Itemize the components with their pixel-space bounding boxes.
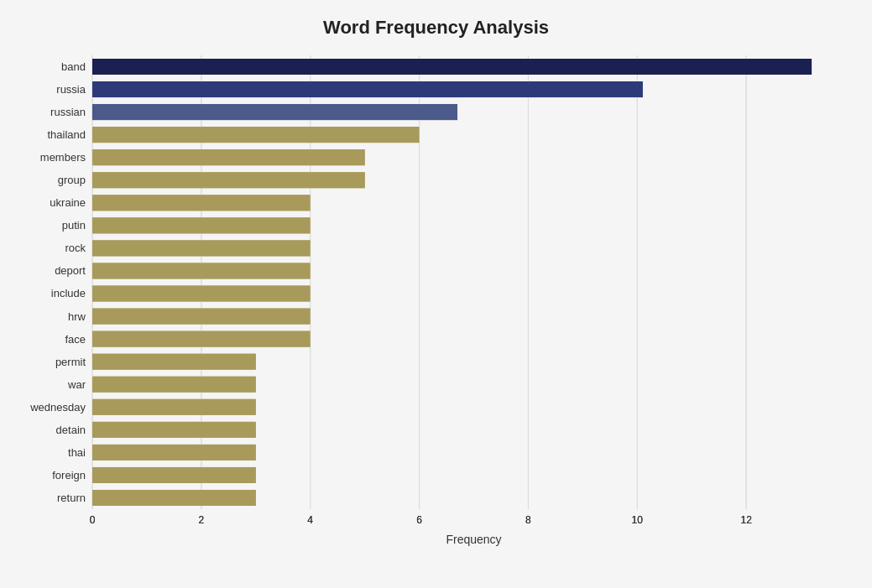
y-label: permit	[17, 356, 86, 367]
bar-group	[92, 172, 365, 188]
y-label: ukraine	[17, 197, 86, 208]
bar-thai	[92, 445, 256, 461]
x-axis-label: Frequency	[92, 533, 855, 546]
x-tick: 6	[416, 514, 422, 526]
x-tick: 0	[90, 514, 96, 526]
y-label: detain	[17, 424, 86, 435]
y-label: rock	[17, 242, 86, 253]
y-label: russia	[17, 84, 86, 95]
bar-russian	[92, 104, 457, 120]
bar-detain	[92, 422, 256, 438]
y-label: group	[17, 174, 86, 185]
bar-members	[92, 149, 365, 165]
y-label: hrw	[17, 311, 86, 322]
plot-area	[92, 55, 855, 509]
bar-russia	[92, 81, 643, 97]
bar-face	[92, 331, 311, 347]
bar-permit	[92, 354, 256, 370]
bar-ukraine	[92, 195, 311, 211]
bar-return	[92, 490, 256, 506]
x-tick: 2	[199, 514, 205, 526]
x-tick: 10	[632, 514, 643, 526]
y-label: foreign	[17, 470, 86, 481]
bar-rock	[92, 240, 311, 256]
bar-band	[92, 59, 812, 75]
bar-wednesday	[92, 399, 256, 415]
x-tick: 12	[740, 514, 751, 526]
bar-war	[92, 377, 256, 393]
y-label: deport	[17, 265, 86, 276]
y-label: wednesday	[17, 402, 86, 413]
y-axis: bandrussiarussianthailandmembersgroupukr…	[17, 55, 92, 509]
chart-svg	[92, 55, 855, 509]
y-label: putin	[17, 220, 86, 231]
x-tick: 8	[525, 514, 531, 526]
chart-container: Word Frequency Analysis bandrussiarussia…	[0, 0, 872, 588]
bar-deport	[92, 263, 311, 279]
bar-foreign	[92, 467, 256, 483]
y-label: band	[17, 61, 86, 72]
y-label: russian	[17, 107, 86, 117]
y-label: include	[17, 288, 86, 299]
y-label: members	[17, 152, 86, 163]
bar-thailand	[92, 127, 420, 143]
bar-putin	[92, 217, 311, 233]
y-label: return	[17, 492, 86, 503]
bar-hrw	[92, 309, 311, 325]
y-label: thai	[17, 447, 86, 458]
y-label: thailand	[17, 129, 86, 140]
y-label: war	[17, 379, 86, 390]
bar-include	[92, 286, 311, 302]
x-tick: 4	[307, 514, 313, 526]
chart-title: Word Frequency Analysis	[17, 17, 855, 39]
y-label: face	[17, 334, 86, 345]
